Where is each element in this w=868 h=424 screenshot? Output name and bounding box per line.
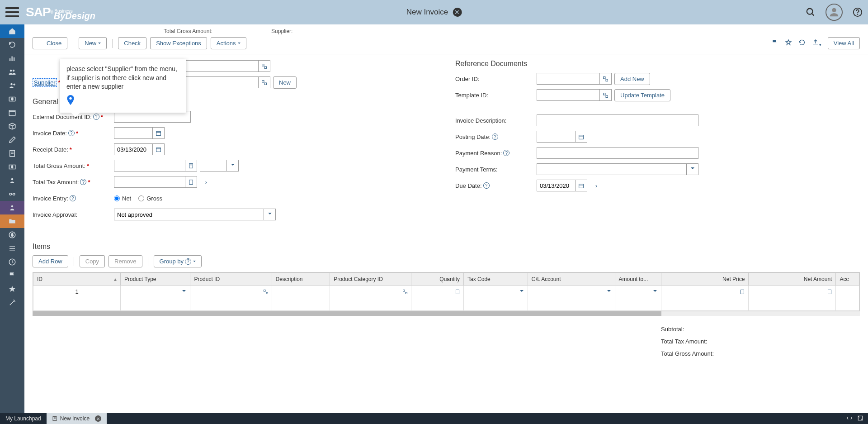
star-icon[interactable] xyxy=(785,39,792,48)
lookup-icon[interactable] xyxy=(261,287,271,297)
nav-edit[interactable] xyxy=(0,133,24,147)
expand-icon[interactable]: › xyxy=(591,180,602,191)
lookup-icon[interactable] xyxy=(600,73,612,85)
calendar-icon[interactable] xyxy=(153,127,165,139)
description-cell[interactable] xyxy=(273,287,329,297)
order-id-input[interactable] xyxy=(537,73,600,85)
chevron-down-icon[interactable] xyxy=(179,287,189,297)
lookup-icon[interactable] xyxy=(259,60,270,72)
total-gross-input[interactable] xyxy=(114,160,185,172)
search-icon[interactable] xyxy=(806,7,816,17)
add-new-button[interactable]: Add New xyxy=(614,73,650,85)
chevron-down-icon[interactable] xyxy=(687,163,698,175)
nav-finance[interactable]: $ xyxy=(0,160,24,174)
entry-net-radio[interactable]: Net xyxy=(114,195,131,202)
lookup-icon[interactable] xyxy=(600,89,612,101)
flag-icon[interactable] xyxy=(771,39,778,48)
entry-gross-radio[interactable]: Gross xyxy=(138,195,162,202)
chevron-down-icon[interactable] xyxy=(264,209,276,220)
check-button[interactable]: Check xyxy=(118,37,146,49)
lookup-icon[interactable] xyxy=(400,287,410,297)
calendar-icon[interactable] xyxy=(153,143,165,155)
posting-date-input[interactable] xyxy=(537,131,576,143)
gl-account-cell[interactable] xyxy=(529,287,604,297)
lookup-icon[interactable] xyxy=(259,76,270,88)
template-id-input[interactable] xyxy=(537,89,600,101)
show-exceptions-button[interactable]: Show Exceptions xyxy=(150,37,207,49)
update-template-button[interactable]: Update Template xyxy=(614,89,670,101)
chevron-down-icon[interactable] xyxy=(650,287,660,297)
remove-button[interactable]: Remove xyxy=(108,255,142,267)
calendar-icon[interactable] xyxy=(576,180,587,191)
close-button[interactable]: Close xyxy=(33,37,67,49)
nav-list[interactable] xyxy=(0,242,24,255)
approval-select[interactable] xyxy=(114,209,264,220)
new-button[interactable]: New xyxy=(79,37,107,49)
calculator-icon[interactable] xyxy=(453,287,462,297)
copy-button[interactable]: Copy xyxy=(80,255,105,267)
payment-terms-select[interactable] xyxy=(537,163,687,175)
supplier-label[interactable]: Supplier xyxy=(33,78,57,87)
quantity-cell[interactable] xyxy=(412,287,453,297)
receipt-date-input[interactable] xyxy=(114,143,153,155)
net-amount-cell[interactable] xyxy=(750,287,825,297)
payment-reason-input[interactable] xyxy=(537,147,698,159)
nav-calendar[interactable] xyxy=(0,106,24,119)
total-tax-input[interactable] xyxy=(114,176,185,188)
nav-flag[interactable] xyxy=(0,269,24,282)
nav-clock[interactable] xyxy=(0,255,24,269)
nav-person[interactable] xyxy=(0,174,24,187)
table-row[interactable]: 1 xyxy=(33,286,859,298)
add-row-button[interactable]: Add Row xyxy=(33,255,68,267)
invoice-desc-input[interactable] xyxy=(537,114,698,126)
help-icon[interactable]: ? xyxy=(68,130,75,136)
group-by-button[interactable]: Group by ? xyxy=(154,255,202,267)
help-icon[interactable]: ? xyxy=(93,114,99,120)
calculator-icon[interactable] xyxy=(825,287,835,297)
nav-link[interactable] xyxy=(0,187,24,201)
due-date-input[interactable] xyxy=(537,180,576,191)
chevron-down-icon[interactable] xyxy=(227,160,239,172)
amount-to-cell[interactable] xyxy=(616,287,651,297)
horizontal-scrollbar[interactable] xyxy=(33,311,860,316)
nav-star[interactable] xyxy=(0,282,24,296)
product-id-cell[interactable] xyxy=(191,287,260,297)
nav-money[interactable]: $ xyxy=(0,92,24,106)
nav-people[interactable] xyxy=(0,65,24,79)
currency-select[interactable] xyxy=(200,160,227,172)
chevron-down-icon[interactable] xyxy=(604,287,614,297)
net-price-cell[interactable] xyxy=(662,287,737,297)
nav-wand[interactable] xyxy=(0,296,24,310)
menu-toggle[interactable] xyxy=(5,7,19,17)
actions-button[interactable]: Actions xyxy=(211,37,246,49)
nav-person-add[interactable] xyxy=(0,79,24,92)
nav-folder[interactable] xyxy=(0,214,24,228)
nav-box[interactable] xyxy=(0,119,24,133)
help-icon[interactable]: ? xyxy=(80,179,86,185)
export-icon[interactable]: ▾ xyxy=(812,39,821,48)
user-avatar[interactable] xyxy=(826,4,843,21)
help-icon[interactable]: ? xyxy=(483,182,490,189)
calculator-icon[interactable] xyxy=(185,160,197,172)
nav-refresh[interactable] xyxy=(0,38,24,52)
help-icon[interactable]: ? xyxy=(492,133,498,140)
nav-person2[interactable] xyxy=(0,201,24,214)
nav-receipt[interactable] xyxy=(0,147,24,160)
tax-code-cell[interactable] xyxy=(465,287,517,297)
calculator-icon[interactable] xyxy=(737,287,747,297)
help-icon[interactable]: ? xyxy=(503,150,509,156)
invoice-date-input[interactable] xyxy=(114,127,153,139)
help-icon[interactable] xyxy=(853,7,863,17)
calendar-icon[interactable] xyxy=(576,131,587,143)
nav-home[interactable] xyxy=(0,24,24,38)
new-supplier-button[interactable]: New xyxy=(273,76,297,89)
product-type-cell[interactable] xyxy=(122,287,179,297)
help-icon[interactable]: ? xyxy=(70,195,76,201)
close-page-icon[interactable]: ✕ xyxy=(453,8,462,17)
nav-analytics[interactable] xyxy=(0,52,24,65)
expand-icon[interactable]: › xyxy=(201,176,212,187)
view-all-button[interactable]: View All xyxy=(828,37,860,49)
nav-dollar[interactable]: $ xyxy=(0,228,24,242)
product-cat-cell[interactable] xyxy=(331,287,400,297)
chevron-down-icon[interactable] xyxy=(517,287,527,297)
